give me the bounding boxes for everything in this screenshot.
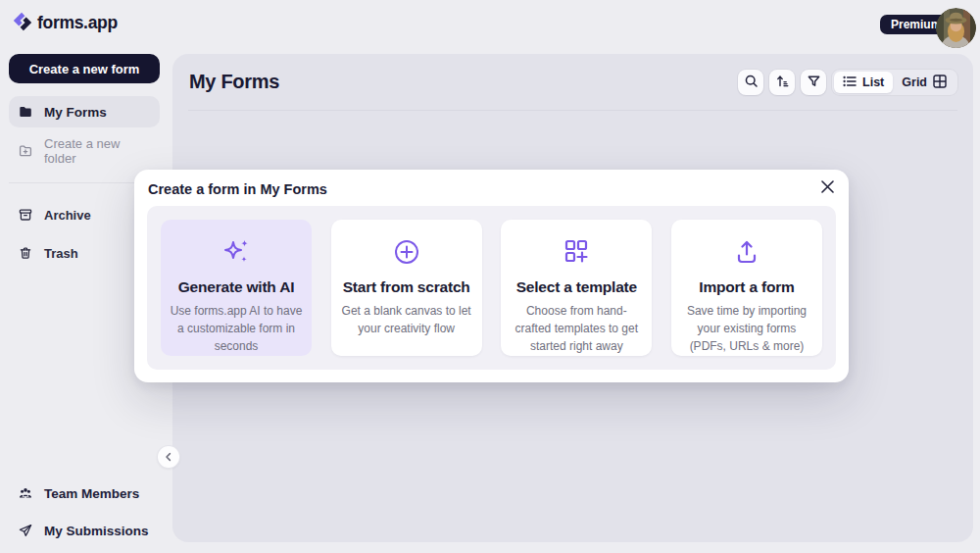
close-icon <box>821 180 834 196</box>
card-description: Use forms.app AI to have a customizable … <box>170 302 303 355</box>
view-toggle: List Grid <box>832 70 957 95</box>
archive-icon <box>19 208 32 222</box>
card-description: Get a blank canvas to let your creativit… <box>340 302 473 337</box>
sparkles-icon <box>220 236 252 268</box>
modal-title: Create a form in My Forms <box>148 181 327 197</box>
card-generate-with-ai[interactable]: Generate with AI Use forms.app AI to hav… <box>161 220 312 356</box>
search-button[interactable] <box>738 70 763 95</box>
sidebar-item-create-folder[interactable]: Create a new folder <box>9 136 160 166</box>
sidebar-item-label: Create a new folder <box>44 136 150 166</box>
create-form-modal: Create a form in My Forms Generate with … <box>134 170 849 382</box>
content-divider <box>188 110 957 111</box>
sidebar-item-label: Team Members <box>44 486 139 501</box>
trash-icon <box>19 246 32 260</box>
card-title: Select a template <box>516 278 637 296</box>
sidebar-item-my-submissions[interactable]: My Submissions <box>9 516 160 545</box>
sidebar-item-label: My Submissions <box>44 524 149 538</box>
grid-view-icon <box>933 75 947 91</box>
card-start-from-scratch[interactable]: Start from scratch Get a blank canvas to… <box>331 220 482 356</box>
chevron-left-icon <box>164 450 173 465</box>
sidebar-item-label: Archive <box>44 208 91 223</box>
folder-plus-icon <box>19 144 32 158</box>
sidebar-item-label: My Forms <box>44 105 107 120</box>
template-grid-icon <box>561 236 592 268</box>
sidebar-item-team-members[interactable]: Team Members <box>9 478 160 508</box>
card-description: Save time by importing your existing for… <box>680 302 813 355</box>
view-toggle-list-label: List <box>862 75 884 89</box>
formsapp-logo-icon <box>12 11 33 32</box>
sort-ascending-icon <box>775 74 790 91</box>
view-toggle-grid[interactable]: Grid <box>893 72 956 93</box>
card-title: Generate with AI <box>178 278 295 296</box>
filter-button[interactable] <box>801 70 826 95</box>
paper-plane-icon <box>19 524 32 537</box>
card-select-a-template[interactable]: Select a template Choose from hand-craft… <box>501 220 652 356</box>
upload-icon <box>731 236 762 268</box>
team-members-icon <box>19 486 32 500</box>
sort-button[interactable] <box>769 70 795 95</box>
view-toggle-grid-label: Grid <box>902 75 927 89</box>
list-view-icon <box>843 75 857 90</box>
page-title: My Forms <box>189 71 279 93</box>
forms-toolbar: List Grid <box>738 70 957 95</box>
plus-circle-icon <box>391 236 422 268</box>
brand-name: forms.app <box>37 13 118 33</box>
modal-close-button[interactable] <box>817 178 837 198</box>
card-import-a-form[interactable]: Import a form Save time by importing you… <box>671 220 822 356</box>
create-options-container: Generate with AI Use forms.app AI to hav… <box>147 206 836 370</box>
search-icon <box>744 74 759 91</box>
card-title: Import a form <box>699 278 794 296</box>
card-description: Choose from hand-crafted templates to ge… <box>510 302 643 355</box>
create-new-form-button[interactable]: Create a new form <box>9 54 160 83</box>
filter-funnel-icon <box>807 74 821 91</box>
folder-icon <box>19 105 32 119</box>
card-title: Start from scratch <box>343 278 470 296</box>
view-toggle-list[interactable]: List <box>834 72 893 93</box>
user-avatar[interactable] <box>936 8 976 48</box>
sidebar-item-label: Trash <box>44 246 78 261</box>
collapse-sidebar-button[interactable] <box>158 446 179 468</box>
sidebar-item-my-forms[interactable]: My Forms <box>9 96 160 127</box>
